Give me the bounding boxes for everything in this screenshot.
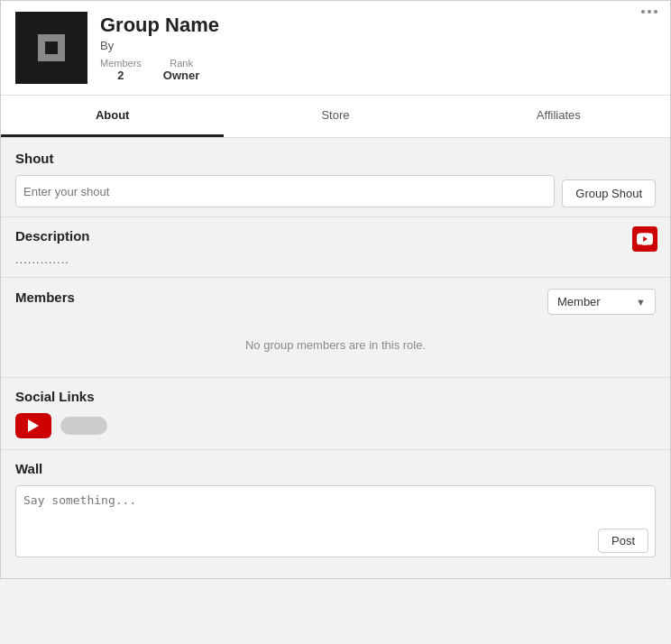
description-youtube-icon[interactable] <box>632 226 657 252</box>
youtube-social-icon[interactable] <box>15 413 51 438</box>
shout-section: Shout Group Shout <box>1 138 670 216</box>
tab-store[interactable]: Store <box>224 96 446 137</box>
members-title: Members <box>15 290 75 305</box>
member-filter-dropdown[interactable]: Member ▼ <box>547 289 656 315</box>
group-logo <box>15 12 87 84</box>
member-filter-value: Member <box>557 295 601 308</box>
page-wrapper: Group Name By Members 2 Rank Owner About <box>0 0 671 579</box>
post-button[interactable]: Post <box>598 529 648 553</box>
members-empty-message: No group members are in this role. <box>15 324 656 366</box>
tab-about[interactable]: About <box>1 96 224 137</box>
description-title: Description <box>15 228 656 244</box>
group-info: Group Name By Members 2 Rank Owner <box>100 14 219 82</box>
wall-input-wrapper: Post <box>15 485 656 560</box>
social-links-title: Social Links <box>15 389 656 404</box>
social-link-placeholder <box>60 417 107 435</box>
shout-input-row: Group Shout <box>15 175 656 207</box>
stat-members: Members 2 <box>100 58 142 82</box>
menu-dot-3 <box>654 10 657 14</box>
group-shout-button[interactable]: Group Shout <box>562 179 656 207</box>
wall-title: Wall <box>15 461 656 476</box>
rank-label: Rank <box>170 58 193 69</box>
group-header: Group Name By Members 2 Rank Owner <box>1 1 670 96</box>
wall-input[interactable] <box>15 485 656 557</box>
shout-input[interactable] <box>15 175 555 207</box>
rank-value: Owner <box>163 69 199 82</box>
description-text: ............. <box>15 253 656 266</box>
social-links-section: Social Links <box>1 378 670 449</box>
members-section: Members Member ▼ No group members are in… <box>1 278 670 377</box>
content-area: Shout Group Shout Description ..........… <box>1 138 670 578</box>
menu-dot-2 <box>648 10 651 14</box>
group-stats: Members 2 Rank Owner <box>100 58 219 82</box>
stat-rank: Rank Owner <box>163 58 199 82</box>
tab-bar: About Store Affiliates <box>1 96 670 138</box>
menu-dot-1 <box>641 10 645 14</box>
tab-affiliates[interactable]: Affiliates <box>447 96 670 137</box>
youtube-play-icon <box>28 419 39 432</box>
shout-title: Shout <box>15 151 656 166</box>
svg-rect-2 <box>45 41 58 54</box>
header-menu-button[interactable] <box>641 10 657 14</box>
description-section: Description ............. <box>1 217 670 277</box>
wall-section: Wall Post <box>1 450 670 578</box>
social-links-icons <box>15 413 656 438</box>
chevron-down-icon: ▼ <box>636 297 646 308</box>
members-header: Members Member ▼ <box>15 289 656 315</box>
group-by-text: By <box>100 39 219 52</box>
members-value: 2 <box>117 69 124 82</box>
members-label: Members <box>100 58 142 69</box>
group-name-text: Group Name <box>100 14 219 37</box>
